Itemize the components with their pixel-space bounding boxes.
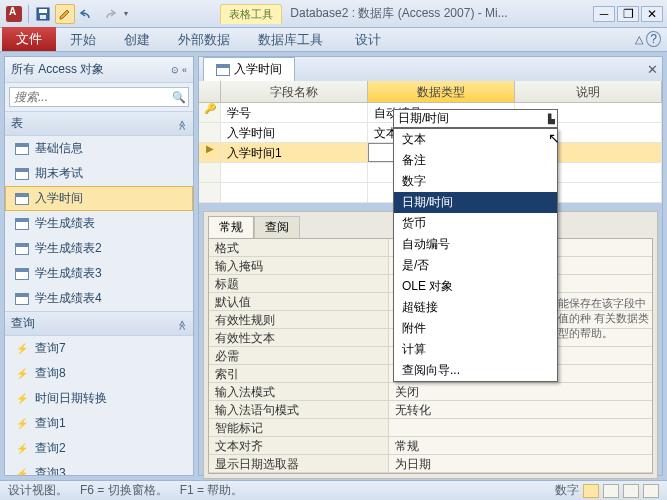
undo-button[interactable] bbox=[77, 4, 97, 24]
property-row[interactable]: 文本对齐常规 bbox=[209, 437, 652, 455]
help-icon[interactable]: ? bbox=[646, 31, 661, 47]
col-fieldname[interactable]: 字段名称 bbox=[221, 81, 368, 102]
app-menu-button[interactable] bbox=[4, 4, 24, 24]
save-icon bbox=[36, 7, 50, 21]
property-row[interactable]: 输入法语句模式无转化 bbox=[209, 401, 652, 419]
nav-query-item[interactable]: 查询2 bbox=[5, 436, 193, 461]
close-icon: ✕ bbox=[647, 7, 657, 21]
nav-group-header[interactable]: 表 bbox=[5, 111, 193, 136]
table-icon bbox=[15, 193, 29, 205]
dropdown-item[interactable]: 查阅向导... bbox=[394, 360, 557, 381]
query-icon bbox=[15, 393, 29, 405]
view-chart-button[interactable] bbox=[643, 484, 659, 498]
nav-query-item[interactable]: 时间日期转换 bbox=[5, 386, 193, 411]
table-icon bbox=[15, 243, 29, 255]
query-icon bbox=[15, 368, 29, 380]
nav-dropdown-icon[interactable]: ⊙ « bbox=[171, 65, 187, 75]
query-icon bbox=[15, 418, 29, 430]
help-text: 能保存在该字段中值的种 有关数据类型的帮助。 bbox=[554, 292, 659, 345]
nav-group-header[interactable]: 查询 bbox=[5, 311, 193, 336]
dropdown-item[interactable]: OLE 对象 bbox=[394, 276, 557, 297]
document-tab-bar: 入学时间 ✕ bbox=[199, 57, 662, 81]
dropdown-item[interactable]: 数字 bbox=[394, 171, 557, 192]
save-button[interactable] bbox=[33, 4, 53, 24]
quick-access-toolbar: ▾ bbox=[0, 4, 135, 24]
nav-table-item[interactable]: 学生成绩表4 bbox=[5, 286, 193, 311]
dropdown-item[interactable]: 附件 bbox=[394, 318, 557, 339]
pencil-icon bbox=[58, 7, 72, 21]
file-tab[interactable]: 文件 bbox=[2, 27, 56, 51]
minimize-button[interactable]: ─ bbox=[593, 6, 615, 22]
nav-search[interactable]: 🔍 bbox=[9, 87, 189, 107]
restore-icon: ❐ bbox=[623, 7, 634, 21]
nav-table-item[interactable]: 学生成绩表2 bbox=[5, 236, 193, 261]
table-icon bbox=[15, 143, 29, 155]
prop-tab-lookup[interactable]: 查阅 bbox=[254, 216, 300, 238]
property-row[interactable]: 输入法模式关闭 bbox=[209, 383, 652, 401]
redo-icon bbox=[102, 8, 116, 20]
ribbon-tabs: 文件 开始 创建 外部数据 数据库工具 设计 △ ? bbox=[0, 28, 667, 52]
chevron-down-icon: ▾ bbox=[124, 9, 128, 18]
nav-query-item[interactable]: 查询1 bbox=[5, 411, 193, 436]
tab-create[interactable]: 创建 bbox=[110, 29, 164, 51]
view-design-button[interactable] bbox=[583, 484, 599, 498]
close-tab-button[interactable]: ✕ bbox=[647, 62, 658, 77]
svg-rect-2 bbox=[40, 15, 46, 19]
chevron-down-icon: ▙ bbox=[548, 114, 555, 124]
tab-design[interactable]: 设计 bbox=[341, 29, 395, 51]
status-right: 数字 bbox=[555, 482, 579, 499]
col-datatype[interactable]: 数据类型 bbox=[368, 81, 515, 102]
nav-table-item[interactable]: 学生成绩表 bbox=[5, 211, 193, 236]
nav-table-item[interactable]: 期末考试 bbox=[5, 161, 193, 186]
status-left: 设计视图。 F6 = 切换窗格。 F1 = 帮助。 bbox=[8, 482, 243, 499]
dropdown-item[interactable]: 自动编号 bbox=[394, 234, 557, 255]
dropdown-item[interactable]: 计算 bbox=[394, 339, 557, 360]
datatype-dropdown[interactable]: 日期/时间 ▙ 文本备注数字日期/时间货币自动编号是/否OLE 对象超链接附件计… bbox=[393, 128, 558, 382]
document-tab-label: 入学时间 bbox=[234, 61, 282, 78]
dropdown-item[interactable]: 是/否 bbox=[394, 255, 557, 276]
dropdown-current[interactable]: 日期/时间 ▙ bbox=[393, 109, 558, 128]
statusbar: 设计视图。 F6 = 切换窗格。 F1 = 帮助。 数字 bbox=[0, 480, 667, 500]
view-pivot-button[interactable] bbox=[623, 484, 639, 498]
window-title: Database2 : 数据库 (Access 2007) - Mi... bbox=[290, 5, 507, 22]
nav-header[interactable]: 所有 Access 对象 ⊙ « bbox=[5, 57, 193, 83]
tab-dbtools[interactable]: 数据库工具 bbox=[244, 29, 337, 51]
dropdown-item[interactable]: 日期/时间 bbox=[394, 192, 557, 213]
document-tab[interactable]: 入学时间 bbox=[203, 57, 295, 81]
ribbon-collapse[interactable]: △ ? bbox=[635, 32, 661, 46]
tab-home[interactable]: 开始 bbox=[56, 29, 110, 51]
nav-table-item[interactable]: 基础信息 bbox=[5, 136, 193, 161]
close-button[interactable]: ✕ bbox=[641, 6, 663, 22]
nav-query-item[interactable]: 查询3 bbox=[5, 461, 193, 475]
property-row[interactable]: 显示日期选取器为日期 bbox=[209, 455, 652, 473]
prop-tab-general[interactable]: 常规 bbox=[208, 216, 254, 238]
qat-customize-button[interactable]: ▾ bbox=[121, 4, 131, 24]
table-icon bbox=[15, 293, 29, 305]
query-icon bbox=[15, 468, 29, 476]
svg-rect-1 bbox=[39, 9, 47, 13]
contextual-tab-label: 表格工具 bbox=[220, 4, 282, 24]
col-description[interactable]: 说明 bbox=[515, 81, 662, 102]
restore-button[interactable]: ❐ bbox=[617, 6, 639, 22]
nav-table-item[interactable]: 入学时间 bbox=[5, 186, 193, 211]
property-row[interactable]: 智能标记 bbox=[209, 419, 652, 437]
minimize-icon: ─ bbox=[600, 7, 609, 21]
redo-button[interactable] bbox=[99, 4, 119, 24]
search-icon[interactable]: 🔍 bbox=[170, 91, 188, 104]
view-datasheet-button[interactable] bbox=[603, 484, 619, 498]
nav-table-item[interactable]: 学生成绩表3 bbox=[5, 261, 193, 286]
undo-icon bbox=[80, 8, 94, 20]
tab-external[interactable]: 外部数据 bbox=[164, 29, 244, 51]
table-icon bbox=[216, 64, 230, 76]
dropdown-item[interactable]: 备注 bbox=[394, 150, 557, 171]
search-input[interactable] bbox=[10, 88, 170, 106]
dropdown-item[interactable]: 文本 bbox=[394, 129, 557, 150]
table-icon bbox=[15, 168, 29, 180]
nav-query-item[interactable]: 查询7 bbox=[5, 336, 193, 361]
nav-query-item[interactable]: 查询8 bbox=[5, 361, 193, 386]
dropdown-item[interactable]: 超链接 bbox=[394, 297, 557, 318]
dropdown-item[interactable]: 货币 bbox=[394, 213, 557, 234]
table-icon bbox=[15, 268, 29, 280]
query-icon bbox=[15, 443, 29, 455]
qat-button[interactable] bbox=[55, 4, 75, 24]
